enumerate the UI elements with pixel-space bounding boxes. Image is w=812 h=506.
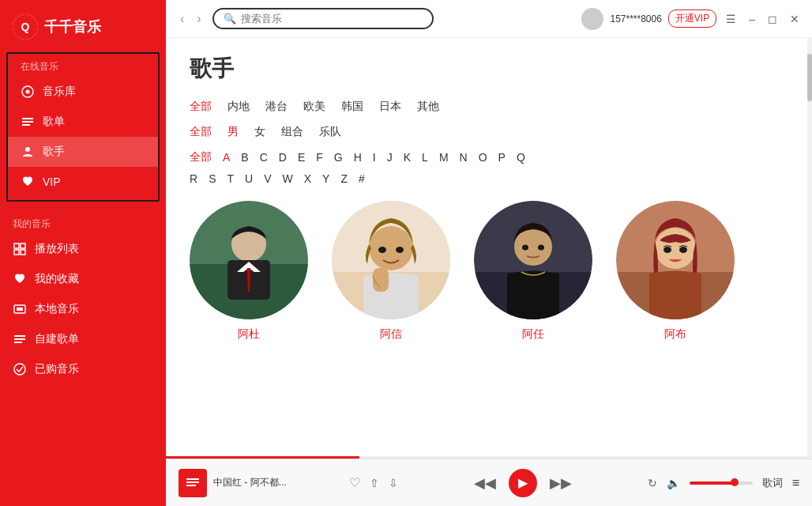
share-button[interactable]: ⇧ xyxy=(370,477,379,489)
alpha-p[interactable]: P xyxy=(498,151,506,164)
alpha-e[interactable]: E xyxy=(298,151,305,164)
app-title: 千千音乐 xyxy=(44,17,101,36)
alpha-b[interactable]: B xyxy=(241,151,248,164)
filter-region-all[interactable]: 全部 xyxy=(190,100,212,114)
alpha-v[interactable]: V xyxy=(264,172,271,185)
search-box[interactable]: 🔍 xyxy=(212,8,434,29)
artist-name-abu: 阿布 xyxy=(664,327,686,342)
minimize-button[interactable]: – xyxy=(746,11,758,27)
artist-card-axin[interactable]: 阿信 xyxy=(332,201,450,342)
artist-card-adu[interactable]: 阿杜 xyxy=(190,201,308,342)
alpha-y[interactable]: Y xyxy=(322,172,329,185)
filter-region-japanese[interactable]: 日本 xyxy=(379,100,401,114)
svg-rect-8 xyxy=(14,244,19,248)
alpha-r[interactable]: R xyxy=(190,172,197,185)
volume-handle[interactable] xyxy=(731,478,739,486)
scrollbar-thumb[interactable] xyxy=(807,54,812,101)
alpha-x[interactable]: X xyxy=(304,172,311,185)
download-button[interactable]: ⇩ xyxy=(389,477,398,489)
alpha-u[interactable]: U xyxy=(245,172,253,185)
svg-rect-40 xyxy=(186,481,199,483)
filter-region-other[interactable]: 其他 xyxy=(417,100,439,114)
artist-card-abu[interactable]: 阿布 xyxy=(616,201,735,342)
logo-area: Q 千千音乐 xyxy=(0,0,166,49)
svg-point-26 xyxy=(396,247,404,253)
sidebar-item-favorites[interactable]: 我的收藏 xyxy=(0,264,166,294)
next-button[interactable]: ▶▶ xyxy=(550,474,572,492)
alpha-j[interactable]: J xyxy=(387,151,393,164)
custom-playlist-label: 自建歌单 xyxy=(35,332,79,346)
alpha-o[interactable]: O xyxy=(479,151,487,164)
region-filter-row: 全部 内地 港台 欧美 韩国 日本 其他 xyxy=(190,100,788,114)
sidebar-item-custom-playlist[interactable]: 自建歌单 xyxy=(0,324,166,354)
artist-grid: 阿杜 xyxy=(190,201,788,342)
sidebar-item-vip[interactable]: VIP xyxy=(8,167,158,197)
music-icon xyxy=(21,85,35,99)
user-area: 157****8006 开通VIP ☰ – ◻ ✕ xyxy=(581,8,803,30)
alpha-hash[interactable]: # xyxy=(359,172,365,185)
sidebar-item-local-music[interactable]: 本地音乐 xyxy=(0,294,166,324)
menu-button[interactable]: ☰ xyxy=(723,11,739,27)
sidebar-item-purchased[interactable]: 已购音乐 xyxy=(0,354,166,384)
sidebar-item-playlist[interactable]: 歌单 xyxy=(8,107,158,137)
back-button[interactable]: ‹ xyxy=(175,10,189,28)
filter-gender-male[interactable]: 男 xyxy=(227,125,239,139)
alpha-w[interactable]: W xyxy=(283,172,293,185)
alpha-n[interactable]: N xyxy=(460,151,468,164)
player-action-icons: ♡ ⇧ ⇩ xyxy=(349,475,398,490)
vip-button[interactable]: 开通VIP xyxy=(668,9,716,28)
play-list-icon xyxy=(13,242,27,256)
filter-gender-all[interactable]: 全部 xyxy=(190,125,212,139)
alpha-f[interactable]: F xyxy=(316,151,323,164)
filter-region-hktw[interactable]: 港台 xyxy=(265,100,288,114)
alpha-h[interactable]: H xyxy=(354,151,362,164)
alpha-s[interactable]: S xyxy=(209,172,216,185)
alpha-a[interactable]: A xyxy=(223,151,230,164)
prev-button[interactable]: ◀◀ xyxy=(474,474,496,492)
vip-label: VIP xyxy=(43,176,61,188)
sidebar-item-music-library[interactable]: 音乐库 xyxy=(8,77,158,107)
alpha-l[interactable]: L xyxy=(422,151,428,164)
maximize-button[interactable]: ◻ xyxy=(765,11,780,27)
filter-region-western[interactable]: 欧美 xyxy=(303,100,325,114)
alpha-i[interactable]: I xyxy=(373,151,376,164)
artist-name-aren: 阿任 xyxy=(522,327,544,342)
close-button[interactable]: ✕ xyxy=(787,11,803,27)
alpha-q[interactable]: Q xyxy=(517,151,525,164)
svg-point-36 xyxy=(664,247,671,253)
volume-button[interactable]: 🔈 xyxy=(667,477,680,489)
sidebar-item-singer[interactable]: 歌手 xyxy=(8,137,158,167)
volume-bar[interactable] xyxy=(690,481,753,485)
artist-avatar-abu xyxy=(616,201,735,319)
play-pause-button[interactable]: ▶ xyxy=(509,469,537,497)
alpha-t[interactable]: T xyxy=(227,172,234,185)
filter-region-mainland[interactable]: 内地 xyxy=(227,100,250,114)
filter-gender-group[interactable]: 组合 xyxy=(281,125,303,139)
svg-text:Q: Q xyxy=(21,21,30,33)
alpha-k[interactable]: K xyxy=(404,151,411,164)
loop-button[interactable]: ↻ xyxy=(648,477,657,489)
alpha-c[interactable]: C xyxy=(260,151,268,164)
sidebar: Q 千千音乐 在线音乐 音乐库 xyxy=(0,0,166,506)
alpha-all[interactable]: 全部 xyxy=(190,150,212,164)
favorites-label: 我的收藏 xyxy=(35,272,79,286)
filter-gender-female[interactable]: 女 xyxy=(254,125,265,139)
filter-region-korean[interactable]: 韩国 xyxy=(341,100,363,114)
like-button[interactable]: ♡ xyxy=(349,475,360,490)
search-input[interactable] xyxy=(241,13,423,25)
scrollbar[interactable] xyxy=(807,38,812,459)
filter-gender-band[interactable]: 乐队 xyxy=(319,125,341,139)
playlist-button[interactable]: ≡ xyxy=(792,476,799,490)
svg-rect-13 xyxy=(17,308,23,311)
alpha-d[interactable]: D xyxy=(279,151,287,164)
alpha-z[interactable]: Z xyxy=(340,172,348,185)
forward-button[interactable]: › xyxy=(192,10,205,28)
alpha-m[interactable]: M xyxy=(439,151,449,164)
my-section-label: 我的音乐 xyxy=(0,211,166,234)
alpha-g[interactable]: G xyxy=(334,151,343,164)
artist-card-aren[interactable]: 阿任 xyxy=(474,201,592,342)
sidebar-item-play-list[interactable]: 播放列表 xyxy=(0,234,166,264)
lyrics-button[interactable]: 歌词 xyxy=(762,476,783,490)
svg-point-37 xyxy=(679,247,687,253)
svg-rect-14 xyxy=(14,335,25,337)
